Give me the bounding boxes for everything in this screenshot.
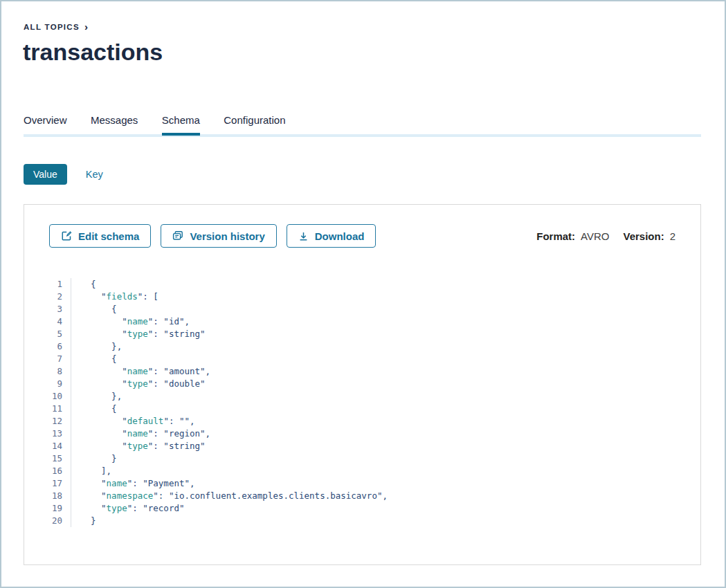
breadcrumb-label[interactable]: ALL TOPICS <box>24 23 80 31</box>
code-text: ], <box>71 465 111 477</box>
code-line: 13 "name": "region", <box>24 428 700 440</box>
line-number: 6 <box>24 340 71 353</box>
code-text: "fields": [ <box>71 291 158 303</box>
tab-schema[interactable]: Schema <box>162 114 200 136</box>
schema-code-viewer: 1{2 "fields": [3 {4 "name": "id",5 "type… <box>24 273 700 527</box>
code-text: { <box>71 353 117 365</box>
code-line: 18 "namespace": "io.confluent.examples.c… <box>24 490 700 502</box>
line-number: 1 <box>24 278 71 291</box>
code-text: "name": "id", <box>71 315 190 328</box>
code-line: 7 { <box>24 353 700 365</box>
line-number: 20 <box>24 515 71 527</box>
code-text: "name": "region", <box>71 428 210 440</box>
code-text: { <box>71 278 96 291</box>
edit-schema-label: Edit schema <box>78 230 139 242</box>
line-number: 11 <box>24 403 71 415</box>
line-number: 7 <box>24 353 71 365</box>
code-text: }, <box>71 390 122 403</box>
code-text: "name": "amount", <box>71 365 210 378</box>
line-number: 19 <box>24 502 71 515</box>
line-number: 18 <box>24 490 71 502</box>
tab-messages[interactable]: Messages <box>91 114 138 136</box>
line-number: 14 <box>24 440 71 452</box>
line-number: 9 <box>24 378 71 390</box>
tab-overview[interactable]: Overview <box>24 114 67 136</box>
code-line: 14 "type": "string" <box>24 440 700 452</box>
code-line: 4 "name": "id", <box>24 315 700 328</box>
code-text: "default": "", <box>71 415 195 428</box>
chevron-right-icon: › <box>84 21 88 32</box>
key-toggle-button[interactable]: Key <box>86 169 103 180</box>
download-button[interactable]: Download <box>287 224 376 248</box>
code-text: }, <box>71 340 122 353</box>
code-line: 1{ <box>24 278 700 291</box>
line-number: 2 <box>24 291 71 303</box>
code-line: 8 "name": "amount", <box>24 365 700 378</box>
version-history-label: Version history <box>190 230 264 242</box>
code-text: { <box>71 303 117 315</box>
code-line: 16 ], <box>24 465 700 477</box>
topic-tabs: Overview Messages Schema Configuration <box>24 114 701 137</box>
edit-schema-icon <box>61 230 72 241</box>
code-text: { <box>71 403 117 415</box>
code-line: 10 }, <box>24 390 700 403</box>
code-text: } <box>71 452 117 465</box>
line-number: 17 <box>24 477 71 490</box>
code-line: 17 "name": "Payment", <box>24 477 700 490</box>
code-text: "type": "string" <box>71 440 206 452</box>
code-text: "type": "record" <box>71 502 184 515</box>
line-number: 3 <box>24 303 71 315</box>
code-text: "name": "Payment", <box>71 477 195 490</box>
line-number: 8 <box>24 365 71 378</box>
download-icon <box>298 231 309 241</box>
line-number: 13 <box>24 428 71 440</box>
schema-meta: Format: AVRO Version: 2 <box>536 230 675 242</box>
code-line: 12 "default": "", <box>24 415 700 428</box>
version-history-icon <box>172 230 183 241</box>
format-value: AVRO <box>581 230 609 242</box>
schema-key-value-toggle: Value Key <box>24 164 103 185</box>
line-number: 10 <box>24 390 71 403</box>
code-line: 19 "type": "record" <box>24 502 700 515</box>
code-line: 5 "type": "string" <box>24 328 700 340</box>
line-number: 15 <box>24 452 71 465</box>
line-number: 12 <box>24 415 71 428</box>
tab-configuration[interactable]: Configuration <box>224 114 285 136</box>
version-history-button[interactable]: Version history <box>161 224 276 248</box>
line-number: 5 <box>24 328 71 340</box>
code-text: "type": "double" <box>71 378 206 390</box>
format-label: Format: <box>536 230 575 242</box>
line-number: 4 <box>24 315 71 328</box>
schema-action-buttons: Edit schema Version history <box>49 224 376 248</box>
page-title: transactions <box>23 39 163 66</box>
schema-toolbar: Edit schema Version history <box>49 224 675 248</box>
line-number: 16 <box>24 465 71 477</box>
code-text: "type": "string" <box>71 328 206 340</box>
schema-card: Edit schema Version history <box>24 204 701 565</box>
code-text: } <box>71 515 96 527</box>
tab-track <box>24 134 701 137</box>
edit-schema-button[interactable]: Edit schema <box>49 224 151 248</box>
value-toggle-button[interactable]: Value <box>24 164 67 185</box>
code-text: "namespace": "io.confluent.examples.clie… <box>71 490 388 502</box>
code-line: 3 { <box>24 303 700 315</box>
version-value: 2 <box>670 230 675 242</box>
code-line: 6 }, <box>24 340 700 353</box>
download-label: Download <box>315 230 365 242</box>
code-line: 20} <box>24 515 700 527</box>
version-label: Version: <box>623 230 664 242</box>
schema-code-lines: 1{2 "fields": [3 {4 "name": "id",5 "type… <box>24 278 700 527</box>
code-line: 9 "type": "double" <box>24 378 700 390</box>
code-line: 11 { <box>24 403 700 415</box>
code-line: 2 "fields": [ <box>24 291 700 303</box>
code-line: 15 } <box>24 452 700 465</box>
breadcrumb[interactable]: ALL TOPICS › <box>24 21 88 32</box>
